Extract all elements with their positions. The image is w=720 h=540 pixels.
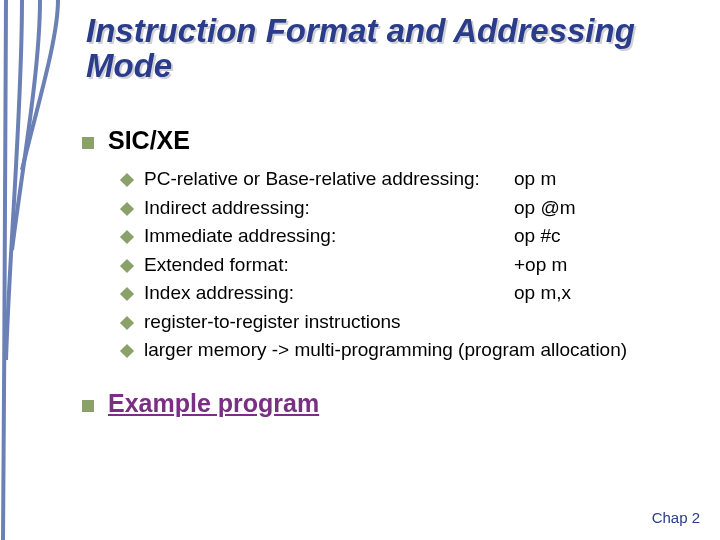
item-code: +op m xyxy=(514,251,567,280)
list-item: Immediate addressing: op #c xyxy=(122,222,682,251)
list-item: Indirect addressing: op @m xyxy=(122,194,682,223)
example-program-link[interactable]: Example program xyxy=(108,389,319,418)
item-code: op @m xyxy=(514,194,576,223)
diamond-bullet-icon xyxy=(120,201,134,215)
list-item: register-to-register instructions xyxy=(122,308,682,337)
diamond-bullet-icon xyxy=(120,230,134,244)
list-item: Extended format: +op m xyxy=(122,251,682,280)
diamond-bullet-icon xyxy=(120,344,134,358)
sub-bullet-list: PC-relative or Base-relative addressing:… xyxy=(122,165,682,365)
item-code: op #c xyxy=(514,222,560,251)
diamond-bullet-icon xyxy=(120,258,134,272)
left-ornament xyxy=(0,0,60,540)
example-link-row: Example program xyxy=(82,389,682,418)
item-text: Index addressing: xyxy=(144,279,514,308)
diamond-bullet-icon xyxy=(120,315,134,329)
section-heading: SIC/XE xyxy=(108,126,190,155)
item-text: Immediate addressing: xyxy=(144,222,514,251)
item-text: Extended format: xyxy=(144,251,514,280)
slide-body: SIC/XE PC-relative or Base-relative addr… xyxy=(82,122,682,428)
slide: Instruction Format and Addressing Mode S… xyxy=(0,0,720,540)
item-text: Indirect addressing: xyxy=(144,194,514,223)
item-code: op m,x xyxy=(514,279,571,308)
item-text: register-to-register instructions xyxy=(144,308,401,337)
section-heading-row: SIC/XE xyxy=(82,126,682,155)
list-item: PC-relative or Base-relative addressing:… xyxy=(122,165,682,194)
item-text: larger memory -> multi-programming (prog… xyxy=(144,336,627,365)
square-bullet-icon xyxy=(82,400,94,412)
slide-title: Instruction Format and Addressing Mode xyxy=(86,14,686,83)
square-bullet-icon xyxy=(82,137,94,149)
footer-chapter: Chap 2 xyxy=(652,509,700,526)
list-item: Index addressing: op m,x xyxy=(122,279,682,308)
list-item: larger memory -> multi-programming (prog… xyxy=(122,336,682,365)
item-text: PC-relative or Base-relative addressing: xyxy=(144,165,514,194)
diamond-bullet-icon xyxy=(120,173,134,187)
diamond-bullet-icon xyxy=(120,287,134,301)
item-code: op m xyxy=(514,165,556,194)
